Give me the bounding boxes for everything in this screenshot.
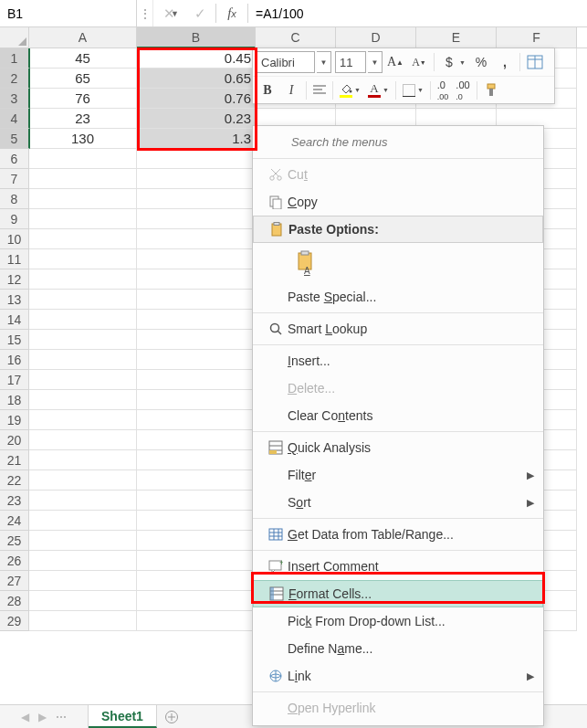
cell-B8[interactable] xyxy=(137,189,256,209)
cell-A22[interactable] xyxy=(29,470,137,491)
font-name-combo[interactable]: Calibri xyxy=(257,51,315,73)
sheet-tab-sheet1[interactable]: Sheet1 xyxy=(89,705,157,728)
cell-B18[interactable] xyxy=(137,390,256,410)
menu-item-insert-comment[interactable]: + Insert Comment xyxy=(253,553,543,580)
new-sheet-button[interactable] xyxy=(157,710,186,724)
menu-item-get-data[interactable]: Get Data from Table/Range... xyxy=(253,521,543,548)
cell-B17[interactable] xyxy=(137,370,256,390)
cell-B20[interactable] xyxy=(137,430,256,450)
cell-A20[interactable] xyxy=(29,430,137,450)
menu-item-open-hyperlink[interactable]: Open Hyperlink xyxy=(253,694,543,722)
menu-item-quick-analysis[interactable]: Quick Analysis xyxy=(253,434,543,461)
cell-A29[interactable] xyxy=(29,611,137,631)
font-name-dropdown-icon[interactable]: ▼ xyxy=(317,51,331,73)
chevron-left-icon[interactable]: ◀ xyxy=(21,711,29,723)
cell-B16[interactable] xyxy=(137,350,256,370)
menu-item-define-name[interactable]: Define Name... xyxy=(253,635,543,662)
chevron-right-icon[interactable]: ▶ xyxy=(38,711,47,723)
menu-item-insert[interactable]: Insert... xyxy=(253,347,543,375)
row-header[interactable]: 17 xyxy=(0,370,29,390)
cell-A27[interactable] xyxy=(29,571,137,591)
cell-A21[interactable] xyxy=(29,450,137,470)
cell-A24[interactable] xyxy=(29,511,137,531)
row-header[interactable]: 14 xyxy=(0,310,29,330)
cell-B7[interactable] xyxy=(137,169,256,189)
menu-item-sort[interactable]: Sort ▶ xyxy=(253,489,543,516)
cell-B10[interactable] xyxy=(137,229,256,249)
row-header[interactable]: 22 xyxy=(0,470,29,491)
row-header[interactable]: 5 xyxy=(0,129,30,149)
menu-item-cut[interactable]: Cut xyxy=(253,161,543,188)
sheet-nav-arrows[interactable]: ◀ ▶ ⋯ xyxy=(0,711,88,723)
cell-B9[interactable] xyxy=(137,209,256,229)
column-header-a[interactable]: A xyxy=(29,27,137,47)
cell-A6[interactable] xyxy=(29,149,137,169)
row-header[interactable]: 23 xyxy=(0,491,29,511)
row-header[interactable]: 16 xyxy=(0,350,29,370)
font-size-dropdown-icon[interactable]: ▼ xyxy=(368,51,383,73)
cell-B1[interactable]: 0.45 xyxy=(137,48,256,69)
menu-item-copy[interactable]: Copy xyxy=(253,188,543,216)
menu-item-smart-lookup[interactable]: Smart Lookup xyxy=(253,315,543,343)
cell-B28[interactable] xyxy=(137,591,256,611)
cell-A10[interactable] xyxy=(29,229,137,249)
name-box[interactable]: ▼ xyxy=(0,0,137,26)
cell-A2[interactable]: 65 xyxy=(29,69,137,89)
paste-option-default[interactable]: A xyxy=(291,248,322,279)
menu-item-delete[interactable]: Delete... xyxy=(253,375,543,402)
cell-A28[interactable] xyxy=(29,591,137,611)
row-header[interactable]: 21 xyxy=(0,450,29,470)
cell-B21[interactable] xyxy=(137,450,256,470)
row-header[interactable]: 10 xyxy=(0,229,29,249)
cell-B4[interactable]: 0.23 xyxy=(137,109,256,129)
cell-B3[interactable]: 0.76 xyxy=(137,89,256,109)
format-cells-dialog-button[interactable] xyxy=(524,51,546,73)
cell-A16[interactable] xyxy=(29,350,137,370)
cell-A25[interactable] xyxy=(29,531,137,551)
accounting-format-button[interactable]: $▼ xyxy=(438,51,468,73)
row-header[interactable]: 12 xyxy=(0,269,29,290)
fill-color-button[interactable]: ▼ xyxy=(337,79,363,101)
row-header[interactable]: 26 xyxy=(0,551,29,571)
font-color-button[interactable]: A ▼ xyxy=(365,79,392,101)
cell-B2[interactable]: 0.65 xyxy=(137,69,256,89)
cell-B25[interactable] xyxy=(137,531,256,551)
cell-A15[interactable] xyxy=(29,330,137,350)
menu-item-paste-special[interactable]: Paste Special... xyxy=(253,283,543,311)
menu-item-filter[interactable]: Filter ▶ xyxy=(253,461,543,489)
cell-A5[interactable]: 130 xyxy=(29,129,137,149)
cell-A7[interactable] xyxy=(29,169,137,189)
menu-item-pick-list[interactable]: Pick From Drop-down List... xyxy=(253,607,543,635)
row-header[interactable]: 6 xyxy=(0,149,29,169)
cell-B29[interactable] xyxy=(137,611,256,631)
cell-B26[interactable] xyxy=(137,551,256,571)
row-header[interactable]: 13 xyxy=(0,290,29,310)
cell-A3[interactable]: 76 xyxy=(29,89,137,109)
cell-B14[interactable] xyxy=(137,310,256,330)
format-painter-button[interactable] xyxy=(481,79,501,101)
increase-decimal-button[interactable]: .0.00 xyxy=(435,79,452,101)
cell-B23[interactable] xyxy=(137,491,256,511)
cell-B13[interactable] xyxy=(137,290,256,310)
menu-item-format-cells[interactable]: Format Cells... xyxy=(253,580,543,607)
row-header[interactable]: 25 xyxy=(0,531,29,551)
row-header[interactable]: 7 xyxy=(0,169,29,189)
column-header-f[interactable]: F xyxy=(497,27,577,47)
comma-format-button[interactable]: , xyxy=(494,51,516,73)
row-header[interactable]: 27 xyxy=(0,571,29,591)
select-all-corner[interactable] xyxy=(0,27,29,47)
row-header[interactable]: 29 xyxy=(0,611,29,631)
font-size-combo[interactable]: 11 xyxy=(335,51,366,73)
row-header[interactable]: 4 xyxy=(0,109,30,129)
align-button[interactable] xyxy=(310,79,329,101)
cell-A9[interactable] xyxy=(29,209,137,229)
menu-search[interactable] xyxy=(253,126,543,156)
cell-A13[interactable] xyxy=(29,290,137,310)
row-header[interactable]: 8 xyxy=(0,189,29,209)
row-header[interactable]: 15 xyxy=(0,330,29,350)
cell-A1[interactable]: 45 xyxy=(29,48,137,69)
cell-B27[interactable] xyxy=(137,571,256,591)
decrease-font-button[interactable]: A▼ xyxy=(408,51,430,73)
cell-B15[interactable] xyxy=(137,330,256,350)
cell-A18[interactable] xyxy=(29,390,137,410)
